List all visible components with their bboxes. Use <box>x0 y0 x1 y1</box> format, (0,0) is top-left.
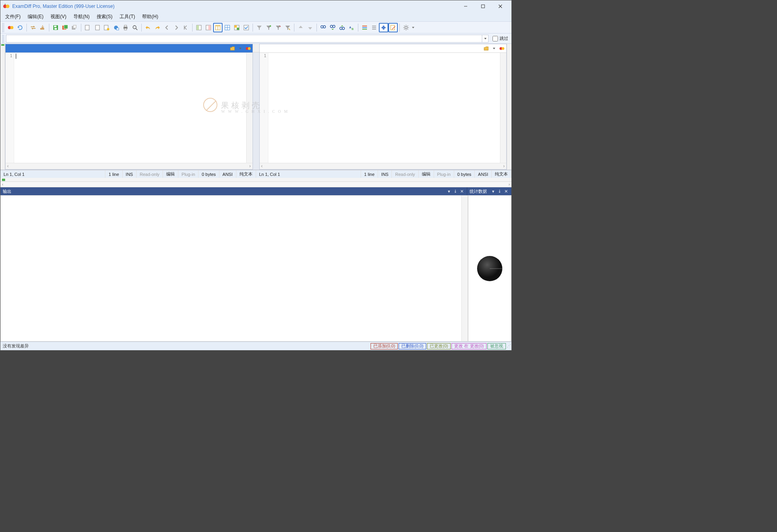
status-changed[interactable]: 已更改(0) <box>427 343 451 349</box>
right-status-edit[interactable]: 编辑 <box>419 170 434 178</box>
left-status-edit[interactable]: 编辑 <box>163 170 178 178</box>
menu-tools[interactable]: 工具(T) <box>116 13 138 21</box>
minimize-button[interactable] <box>457 1 474 12</box>
status-added[interactable]: 已添加(0,0) <box>371 343 398 349</box>
prev-icon[interactable] <box>162 23 172 32</box>
output-text-area[interactable] <box>1 196 461 341</box>
overview-scrollbar[interactable]: ‹› <box>0 182 511 187</box>
stats-menu-icon[interactable]: ▾ <box>491 189 496 194</box>
filter1-icon[interactable] <box>255 23 264 32</box>
left-diff-map[interactable] <box>0 44 5 170</box>
settings-dropdown-icon[interactable] <box>411 23 416 32</box>
left-open-dropdown-icon[interactable] <box>237 45 244 52</box>
svg-point-20 <box>107 28 109 30</box>
down-icon[interactable] <box>305 23 315 32</box>
refresh-icon[interactable] <box>15 23 25 32</box>
stats-panel-header[interactable]: 统计数据 ▾ ✕ <box>467 187 511 195</box>
save-all-icon[interactable] <box>70 23 79 32</box>
diff-list-icon[interactable] <box>360 23 369 32</box>
output-panel-header[interactable]: 输出 ▾ ✕ <box>0 187 467 195</box>
filter2-icon[interactable] <box>264 23 273 32</box>
right-text-area[interactable] <box>268 53 500 163</box>
highlight-icon[interactable] <box>102 23 111 32</box>
left-pane: 1 ‹› <box>5 44 253 170</box>
right-status-readonly: Read-only <box>392 170 418 178</box>
overview-bar[interactable] <box>0 178 511 182</box>
view-colors-icon[interactable] <box>232 23 242 32</box>
view-left-icon[interactable] <box>194 23 204 32</box>
left-text-area[interactable] <box>14 53 246 163</box>
left-horizontal-scrollbar[interactable]: ‹› <box>6 163 253 169</box>
checkbox-option-icon[interactable] <box>242 23 251 32</box>
menu-search[interactable]: 搜索(S) <box>94 13 116 21</box>
output-pin-icon[interactable] <box>453 189 458 194</box>
swap-icon[interactable] <box>28 23 38 32</box>
stats-close-icon[interactable]: ✕ <box>503 189 509 194</box>
left-path-input[interactable] <box>6 45 228 52</box>
goto-bar: 跳过 <box>0 34 511 44</box>
world-icon[interactable] <box>111 23 121 32</box>
view-grid-icon[interactable] <box>223 23 232 32</box>
status-in-change[interactable]: 更改 在 更改(0) <box>451 343 487 349</box>
menu-file[interactable]: 文件(F) <box>2 13 24 21</box>
left-pane-status: Ln 1, Col 1 1 line INS Read-only 编辑 Plug… <box>0 170 256 178</box>
right-open-folder-icon[interactable] <box>483 45 490 52</box>
skip-checkbox[interactable] <box>492 36 498 41</box>
status-deleted[interactable]: 已删除(0,0) <box>399 343 426 349</box>
left-vertical-scrollbar[interactable] <box>246 53 253 163</box>
svg-rect-18 <box>95 25 99 30</box>
stats-pin-icon[interactable] <box>497 189 502 194</box>
right-path-input[interactable] <box>260 45 482 52</box>
align-icon[interactable] <box>369 23 379 32</box>
prev-diff-icon[interactable] <box>181 23 191 32</box>
svg-point-1 <box>6 5 9 8</box>
save-both-icon[interactable] <box>60 23 70 32</box>
find-icon[interactable] <box>318 23 328 32</box>
svg-rect-8 <box>40 28 44 30</box>
close-button[interactable] <box>492 1 509 12</box>
right-open-dropdown-icon[interactable] <box>491 45 498 52</box>
resize-grip-icon[interactable]: ⋰ <box>506 343 511 349</box>
goto-dropdown-icon[interactable] <box>482 35 489 43</box>
svg-point-48 <box>333 25 335 28</box>
right-diff-map[interactable] <box>507 44 511 170</box>
output-menu-icon[interactable]: ▾ <box>446 189 452 194</box>
right-compare-icon[interactable] <box>498 45 506 52</box>
export-icon[interactable] <box>38 23 47 32</box>
left-compare-icon[interactable] <box>245 45 252 52</box>
print-icon[interactable] <box>121 23 130 32</box>
edit-left-icon[interactable] <box>83 23 92 32</box>
up-icon[interactable] <box>296 23 305 32</box>
menu-edit[interactable]: 编辑(E) <box>24 13 47 21</box>
menu-help[interactable]: 帮助(H) <box>139 13 161 21</box>
edit-right-icon[interactable] <box>92 23 102 32</box>
right-horizontal-scrollbar[interactable]: ‹› <box>260 163 507 169</box>
left-open-folder-icon[interactable] <box>229 45 236 52</box>
menu-view[interactable]: 视图(V) <box>47 13 69 21</box>
replace-icon[interactable]: AB <box>347 23 356 32</box>
maximize-button[interactable] <box>474 1 492 12</box>
plugin-icon[interactable] <box>379 23 388 32</box>
undo-icon[interactable] <box>143 23 153 32</box>
settings-icon[interactable] <box>401 23 411 32</box>
save-icon[interactable] <box>51 23 60 32</box>
output-close-icon[interactable]: ✕ <box>459 189 464 194</box>
compare-icon[interactable] <box>6 23 15 32</box>
output-vertical-scrollbar[interactable] <box>461 196 468 341</box>
view-right-icon[interactable] <box>204 23 213 32</box>
right-vertical-scrollbar[interactable] <box>500 53 506 163</box>
next-icon[interactable] <box>172 23 181 32</box>
goto-input[interactable] <box>6 35 482 43</box>
filter4-icon[interactable] <box>283 23 292 32</box>
find-prev-icon[interactable] <box>337 23 347 32</box>
diff-area: 1 ‹› 1 ‹› <box>0 44 511 170</box>
view-split-icon[interactable] <box>213 23 223 32</box>
edit-tool-icon[interactable] <box>388 23 398 32</box>
redo-icon[interactable] <box>153 23 162 32</box>
filter3-icon[interactable] <box>273 23 283 32</box>
menu-navigate[interactable]: 导航(N) <box>70 13 93 21</box>
pane-splitter[interactable] <box>253 44 259 170</box>
zoom-icon[interactable] <box>130 23 140 32</box>
find-next-icon[interactable] <box>328 23 337 32</box>
status-ignored[interactable]: 被忽视 <box>487 343 506 349</box>
